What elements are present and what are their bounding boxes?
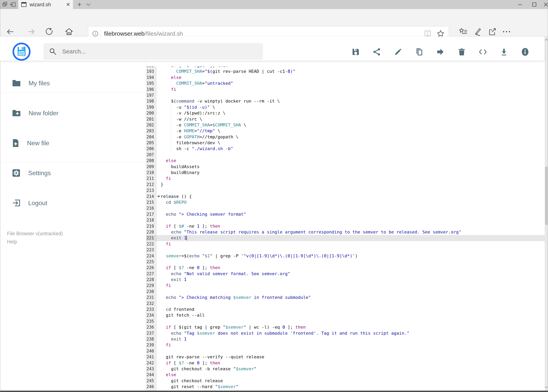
code-line[interactable]: 239 fi: [146, 342, 545, 348]
code-line[interactable]: 220 echo "This release script requires a…: [146, 229, 545, 235]
site-info-icon[interactable]: [92, 30, 99, 37]
code-line[interactable]: 199 -u "$(id -u)" \: [146, 104, 545, 110]
code-line[interactable]: 240: [146, 348, 545, 354]
code-line[interactable]: 192 if [ -d ".git" ]; then: [146, 67, 545, 69]
window-close-button[interactable]: [540, 0, 548, 9]
restore-tabs-icon[interactable]: [10, 1, 16, 8]
code-line[interactable]: 218: [146, 217, 545, 223]
sidebar-item-my-files[interactable]: My files: [12, 77, 50, 90]
code-line[interactable]: 219 if [ $# -ne 1 ]; then: [146, 223, 545, 229]
line-number: 207: [146, 152, 157, 158]
line-number: 211: [146, 175, 157, 182]
code-line[interactable]: 238 exit 1: [146, 336, 545, 342]
code-line[interactable]: 236 if [ $(git tag | grep "$semver" | wc…: [146, 324, 545, 330]
code-line[interactable]: 245 git checkout release: [146, 378, 545, 384]
code-line[interactable]: 241 git rev-parse --verify --quiet relea…: [146, 354, 545, 360]
filebrowser-logo[interactable]: [13, 43, 30, 61]
download-button[interactable]: [500, 48, 508, 56]
code-line[interactable]: 195 COMMIT_SHA="untracked": [146, 80, 545, 86]
code-view-button[interactable]: [479, 48, 487, 56]
reading-view-icon[interactable]: [424, 30, 432, 37]
edit-button[interactable]: [394, 48, 402, 56]
code-line[interactable]: 237 echo "Tag $semver does not exist in …: [146, 330, 545, 336]
help-link[interactable]: Help: [7, 238, 17, 246]
code-line[interactable]: 198 $(command -v winpty) docker run --rm…: [146, 98, 545, 104]
code-line[interactable]: 222 fi: [146, 241, 545, 247]
editor-scroll-area[interactable]: 192 if [ -d ".git" ]; then193 COMMIT_SHA…: [146, 67, 545, 392]
code-text: echo "> Checking semver format": [157, 211, 246, 217]
code-line[interactable]: 201 -w //src \: [146, 116, 545, 122]
code-line[interactable]: 213: [146, 188, 545, 193]
code-line[interactable]: 226 if [ $? -ne 0 ]; then: [146, 265, 545, 271]
code-text: cd frontend: [157, 307, 194, 312]
code-line[interactable]: 243 git checkout -b release "$semver": [146, 366, 545, 372]
code-line[interactable]: 211 fi: [146, 175, 545, 182]
info-button[interactable]: [521, 48, 529, 56]
code-line[interactable]: 203 -e HOME="//tmp" \: [146, 128, 545, 134]
code-line[interactable]: 197: [146, 92, 545, 98]
code-line[interactable]: 242 if [ $? -ne 0 ]; then: [146, 360, 545, 366]
code-lines: 192 if [ -d ".git" ]; then193 COMMIT_SHA…: [146, 67, 545, 392]
tab-title: wizard.sh: [29, 1, 63, 8]
code-line[interactable]: 233 cd frontend: [146, 307, 545, 312]
code-line[interactable]: 217 echo "> Checking semver format": [146, 211, 545, 217]
code-line[interactable]: 200 -v /$(pwd):/src:z \: [146, 110, 545, 116]
code-line[interactable]: 235: [146, 318, 545, 324]
code-line[interactable]: 216: [146, 205, 545, 211]
sidebar-item-new-file[interactable]: New file: [12, 137, 49, 149]
fold-marker-icon[interactable]: [157, 196, 160, 197]
code-line[interactable]: 232: [146, 301, 545, 307]
code-line[interactable]: 224 semver=$(echo "$1" | grep -P '^v(0|[…: [146, 253, 545, 259]
code-text: COMMIT_SHA="$(git rev-parse HEAD | cut -…: [157, 69, 295, 74]
code-line[interactable]: 234 git fetch --all: [146, 312, 545, 318]
code-line[interactable]: 193 COMMIT_SHA="$(git rev-parse HEAD | c…: [146, 69, 545, 74]
code-line[interactable]: 225: [146, 259, 545, 265]
delete-button[interactable]: [458, 48, 466, 56]
code-line[interactable]: 230: [146, 289, 545, 294]
scrollbar-thumb[interactable]: [545, 166, 548, 225]
code-editor[interactable]: 192 if [ -d ".git" ]; then193 COMMIT_SHA…: [146, 61, 545, 392]
search-box[interactable]: Search...: [43, 43, 263, 60]
url-text[interactable]: filebrowser.web/files/wizard.sh: [104, 30, 424, 37]
code-line[interactable]: 204 -e GOPATH=//tmp/gopath \: [146, 134, 545, 140]
new-tab-button[interactable]: +: [75, 0, 84, 9]
code-line[interactable]: 246 git reset --hard "$semver": [146, 384, 545, 390]
code-line[interactable]: 202 -e COMMIT_SHA=$COMMIT_SHA \: [146, 122, 545, 128]
code-line[interactable]: 208 else: [146, 158, 545, 164]
code-line[interactable]: 209 buildAssets: [146, 164, 545, 170]
line-number: 245: [146, 378, 157, 384]
code-line[interactable]: 214release () {: [146, 194, 545, 199]
code-line[interactable]: 244 else: [146, 372, 545, 378]
browser-tab-wizard-sh[interactable]: wizard.sh ✕: [18, 0, 73, 9]
tab-close-icon[interactable]: ✕: [66, 2, 70, 7]
code-line[interactable]: 205 filebrowser/dev \: [146, 140, 545, 146]
code-line[interactable]: 221 exit 1: [146, 235, 545, 241]
code-line[interactable]: 229 fi: [146, 283, 545, 288]
scroll-down-icon[interactable]: [545, 385, 548, 390]
copy-button[interactable]: [415, 48, 423, 56]
share-file-button[interactable]: [373, 48, 381, 56]
filebrowser-header: Search...: [0, 36, 545, 61]
move-button[interactable]: [436, 48, 444, 56]
save-button[interactable]: [352, 48, 360, 56]
code-line[interactable]: 194 else: [146, 75, 545, 80]
code-line[interactable]: 212}: [146, 182, 545, 188]
window-minimize-button[interactable]: [514, 0, 526, 9]
sidebar-item-settings[interactable]: Settings: [12, 167, 51, 179]
set-tabs-aside-icon[interactable]: [1, 1, 8, 8]
sidebar-item-logout[interactable]: Logout: [12, 196, 47, 210]
code-line[interactable]: 207: [146, 152, 545, 158]
code-line[interactable]: 227 echo "Not valid semver format. See s…: [146, 271, 545, 277]
code-text: $(command -v winpty) docker run --rm -it…: [157, 98, 280, 104]
sidebar-item-new-folder[interactable]: New folder: [12, 107, 58, 119]
code-line[interactable]: 210 buildBinary: [146, 170, 545, 175]
code-line[interactable]: 231 echo "> Checking matching $semver in…: [146, 294, 545, 301]
scroll-up-icon[interactable]: [545, 37, 548, 42]
window-maximize-button[interactable]: [529, 0, 540, 9]
code-line[interactable]: 223: [146, 247, 545, 253]
code-line[interactable]: 215 cd $REPO: [146, 199, 545, 205]
code-line[interactable]: 228 exit 1: [146, 277, 545, 283]
code-line[interactable]: 196 fi: [146, 86, 545, 92]
tab-preview-chevron-icon[interactable]: [84, 0, 93, 9]
code-line[interactable]: 206 sh -c "./wizard.sh -b": [146, 146, 545, 152]
